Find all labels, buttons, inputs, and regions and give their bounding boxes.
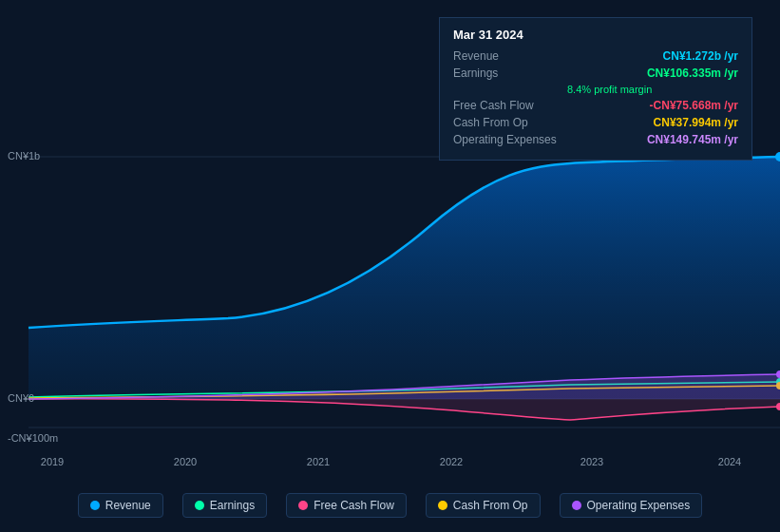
tooltip-value-earnings: CN¥106.335m /yr [647,66,738,80]
legend-label-cashfromop: Cash From Op [453,499,528,512]
tooltip-row-revenue: Revenue CN¥1.272b /yr [453,49,738,63]
tooltip-label-fcf: Free Cash Flow [453,99,567,112]
data-tooltip: Mar 31 2024 Revenue CN¥1.272b /yr Earnin… [439,17,752,161]
x-label-2020: 2020 [174,456,197,467]
legend-dot-cashfromop [438,501,447,510]
legend-dot-revenue [90,501,100,510]
tooltip-label-earnings: Earnings [453,66,567,80]
tooltip-value-fcf: -CN¥75.668m /yr [650,99,738,112]
legend-dot-fcf [298,501,308,510]
legend-item-earnings[interactable]: Earnings [182,493,267,518]
chart-legend: Revenue Earnings Free Cash Flow Cash Fro… [0,479,780,532]
x-label-2021: 2021 [307,456,330,467]
tooltip-profit-margin: 8.4% profit margin [567,84,738,95]
legend-item-opex[interactable]: Operating Expenses [560,493,703,518]
tooltip-value-opex: CN¥149.745m /yr [647,133,738,146]
x-label-2022: 2022 [440,456,463,467]
legend-item-cashfromop[interactable]: Cash From Op [426,493,541,518]
y-label-top: CN¥1b [8,150,40,162]
x-label-2024: 2024 [718,456,741,467]
legend-label-earnings: Earnings [210,499,255,512]
tooltip-date: Mar 31 2024 [453,28,738,42]
tooltip-row-cashfromop: Cash From Op CN¥37.994m /yr [453,116,738,129]
y-label-bot: -CN¥100m [8,432,58,444]
x-label-2023: 2023 [580,456,603,467]
legend-item-fcf[interactable]: Free Cash Flow [286,493,407,518]
legend-label-revenue: Revenue [105,499,151,512]
legend-dot-opex [572,501,581,510]
tooltip-value-revenue: CN¥1.272b /yr [663,49,738,63]
y-label-mid: CN¥0 [8,392,34,404]
legend-label-fcf: Free Cash Flow [314,499,394,512]
x-label-2019: 2019 [41,456,64,467]
tooltip-value-cashfromop: CN¥37.994m /yr [654,116,738,129]
tooltip-label-revenue: Revenue [453,49,567,63]
tooltip-row-fcf: Free Cash Flow -CN¥75.668m /yr [453,99,738,112]
tooltip-row-opex: Operating Expenses CN¥149.745m /yr [453,133,738,146]
tooltip-label-cashfromop: Cash From Op [453,116,567,129]
legend-dot-earnings [195,501,204,510]
legend-item-revenue[interactable]: Revenue [78,493,163,518]
tooltip-label-opex: Operating Expenses [453,133,567,146]
tooltip-row-earnings: Earnings CN¥106.335m /yr [453,66,738,80]
legend-label-opex: Operating Expenses [587,499,691,512]
